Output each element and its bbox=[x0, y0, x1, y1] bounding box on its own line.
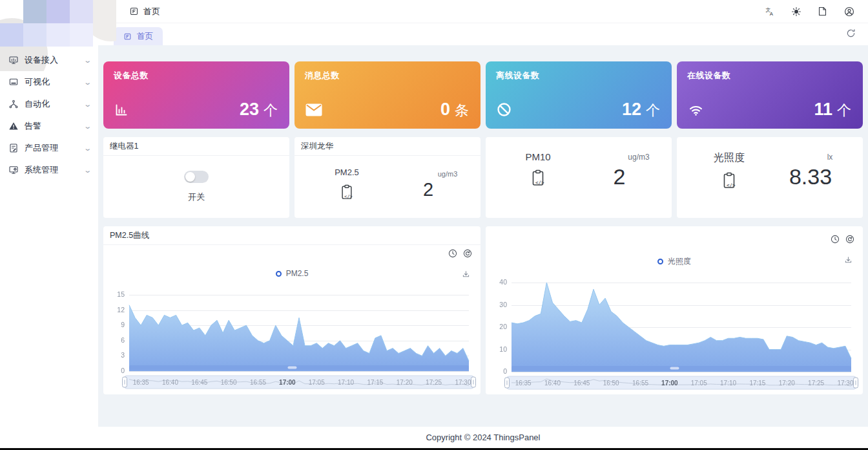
legend-marker bbox=[276, 271, 282, 277]
bar-chart-icon bbox=[114, 102, 129, 120]
legend-pm25[interactable]: PM2.5 bbox=[103, 269, 480, 278]
theme-icon[interactable] bbox=[817, 6, 828, 17]
sidebar-item-label: 自动化 bbox=[25, 98, 50, 110]
automation-icon bbox=[8, 99, 19, 109]
chevron-down-icon: ⌄ bbox=[83, 78, 92, 87]
sidebar-menu: 设备接入 ⌄ 可视化 ⌄ 自动化 ⌄ 告警 ⌄ 产品管理 ⌄ bbox=[0, 49, 98, 181]
sidebar-item-visualization[interactable]: 可视化 ⌄ bbox=[0, 71, 98, 93]
clock-icon[interactable] bbox=[830, 234, 840, 247]
tab-home[interactable]: 首页 bbox=[114, 27, 163, 45]
dashboard-grid: 设备总数 23个 消息总数 0条 bbox=[103, 61, 863, 394]
refresh-circle-icon[interactable] bbox=[462, 248, 473, 261]
sidebar-item-device-access[interactable]: 设备接入 ⌄ bbox=[0, 49, 98, 71]
footer: Copyright © 2024 ThingsPanel bbox=[98, 427, 868, 448]
relay-toggle[interactable] bbox=[184, 171, 209, 183]
mosaic-tile bbox=[70, 23, 93, 47]
stat-title: 设备总数 bbox=[114, 70, 279, 81]
breadcrumb-label: 首页 bbox=[143, 6, 160, 17]
illuminance-area-chart[interactable] bbox=[490, 276, 859, 390]
card-title: 继电器1 bbox=[103, 137, 289, 156]
metric-value: 2 bbox=[423, 179, 433, 200]
mosaic-tile bbox=[70, 0, 93, 23]
stat-unit: 个 bbox=[264, 101, 278, 120]
chevron-down-icon: ⌄ bbox=[83, 122, 92, 131]
stat-title: 在线设备数 bbox=[687, 70, 852, 81]
svg-text:</>: </> bbox=[535, 180, 544, 186]
pm25-area-chart[interactable] bbox=[107, 288, 477, 389]
toggle-knob bbox=[185, 172, 195, 182]
sidebar-item-product-management[interactable]: 产品管理 ⌄ bbox=[0, 137, 98, 159]
sidebar-item-label: 系统管理 bbox=[25, 164, 58, 176]
svg-text:</>: </> bbox=[727, 182, 736, 188]
metric-unit: ug/m3 bbox=[628, 153, 649, 162]
dashboard-content: 设备总数 23个 消息总数 0条 bbox=[98, 45, 868, 427]
metric-label: PM2.5 bbox=[335, 167, 359, 177]
tab-bar: 首页 bbox=[98, 23, 868, 45]
card-title: 深圳龙华 bbox=[294, 137, 480, 156]
device-data-icon: </> bbox=[340, 184, 354, 204]
mosaic-tile bbox=[23, 0, 46, 23]
legend-label: 光照度 bbox=[668, 257, 691, 266]
layout-icon bbox=[129, 6, 139, 16]
stat-unit: 条 bbox=[455, 101, 469, 120]
ban-icon bbox=[496, 102, 512, 120]
stat-title: 离线设备数 bbox=[496, 70, 661, 81]
mail-icon bbox=[305, 102, 323, 120]
stat-value: 12 bbox=[622, 100, 641, 120]
sidebar-item-label: 产品管理 bbox=[25, 142, 58, 154]
sidebar-item-label: 设备接入 bbox=[25, 54, 58, 66]
stat-card-total-messages: 消息总数 0条 bbox=[294, 61, 480, 129]
refresh-icon[interactable] bbox=[845, 28, 856, 41]
legend-label: PM2.5 bbox=[286, 269, 309, 278]
mosaic-tile bbox=[46, 0, 70, 23]
refresh-circle-icon[interactable] bbox=[845, 234, 855, 247]
device-data-icon: </> bbox=[721, 171, 737, 193]
sidebar: 设备接入 ⌄ 可视化 ⌄ 自动化 ⌄ 告警 ⌄ 产品管理 ⌄ bbox=[0, 0, 98, 448]
metric-value: 8.33 bbox=[789, 164, 832, 189]
pin-icon bbox=[123, 32, 132, 41]
illuminance-card: 光照度 </> lx 8.33 bbox=[677, 137, 863, 218]
mosaic-tile bbox=[46, 23, 70, 47]
stat-card-online-devices: 在线设备数 11个 bbox=[677, 61, 863, 129]
chevron-down-icon: ⌄ bbox=[83, 166, 92, 175]
device-access-icon bbox=[8, 55, 19, 65]
breadcrumb[interactable]: 首页 bbox=[129, 6, 160, 17]
device-data-icon: </> bbox=[530, 169, 546, 190]
app-window: 设备接入 ⌄ 可视化 ⌄ 自动化 ⌄ 告警 ⌄ 产品管理 ⌄ bbox=[0, 0, 868, 448]
top-header: 首页 文A bbox=[98, 0, 868, 23]
sidebar-item-system-management[interactable]: 系统管理 ⌄ bbox=[0, 159, 98, 181]
chevron-down-icon: ⌄ bbox=[83, 144, 92, 153]
wifi-icon bbox=[687, 102, 705, 120]
toggle-label: 开关 bbox=[188, 191, 205, 203]
translate-icon[interactable]: 文A bbox=[765, 6, 776, 17]
stat-value: 0 bbox=[440, 100, 450, 120]
svg-text:A: A bbox=[770, 11, 774, 17]
mosaic-tile bbox=[23, 23, 46, 47]
shenzhen-longhua-card: 深圳龙华 PM2.5 </> ug/m3 2 bbox=[294, 137, 480, 218]
sun-icon[interactable] bbox=[791, 6, 801, 17]
relay-card: 继电器1 开关 bbox=[103, 137, 289, 218]
visualization-icon bbox=[8, 77, 19, 87]
metric-unit: ug/m3 bbox=[438, 170, 458, 178]
sidebar-item-label: 告警 bbox=[25, 120, 41, 132]
main-column: 首页 文A 首页 bbox=[98, 0, 868, 448]
stat-card-total-devices: 设备总数 23个 bbox=[103, 61, 289, 129]
product-management-icon bbox=[8, 143, 19, 153]
sidebar-item-alarm[interactable]: 告警 ⌄ bbox=[0, 115, 98, 137]
stat-title: 消息总数 bbox=[305, 70, 470, 81]
metric-label: PM10 bbox=[525, 151, 550, 162]
stat-value: 23 bbox=[240, 100, 259, 120]
illuminance-chart-card: 光照度 bbox=[486, 226, 863, 394]
mosaic-tile bbox=[0, 23, 23, 47]
chart-title: PM2.5曲线 bbox=[103, 226, 480, 245]
metric-value: 2 bbox=[614, 164, 626, 189]
chevron-down-icon: ⌄ bbox=[83, 100, 92, 109]
sidebar-item-automation[interactable]: 自动化 ⌄ bbox=[0, 93, 98, 115]
copyright-text: Copyright © 2024 ThingsPanel bbox=[426, 433, 540, 442]
alarm-icon bbox=[8, 121, 19, 131]
system-management-icon bbox=[8, 165, 19, 175]
clock-icon[interactable] bbox=[448, 248, 458, 261]
legend-illuminance[interactable]: 光照度 bbox=[486, 256, 863, 267]
pm25-chart-card: PM2.5曲线 PM2.5 bbox=[103, 226, 480, 394]
user-icon[interactable] bbox=[843, 6, 855, 17]
